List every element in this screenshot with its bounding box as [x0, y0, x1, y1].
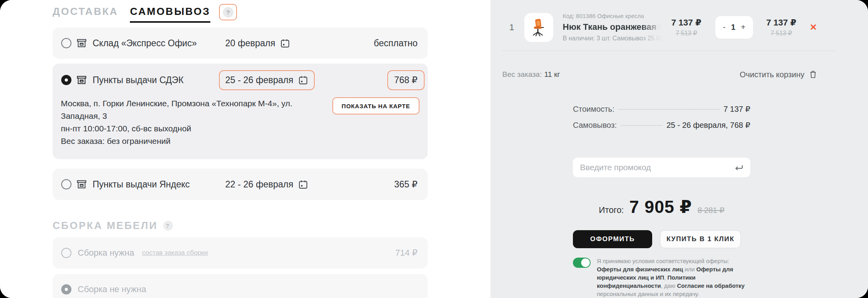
quantity-stepper[interactable]: - 1 + — [715, 16, 753, 39]
checkout-buttons: ОФОРМИТЬ КУПИТЬ В 1 КЛИК — [573, 230, 750, 248]
one-click-buy-button[interactable]: КУПИТЬ В 1 КЛИК — [660, 230, 741, 248]
assembly-not-needed-label: Сборка не нужна — [78, 284, 146, 294]
pickup-weight-limit: Вес заказа: без ограничений — [61, 135, 320, 147]
radio-cdek[interactable] — [61, 75, 71, 85]
delivery-options-pane: ДОСТАВКА САМОВЫВОЗ ? Склад «Экспресс Офи… — [0, 0, 491, 298]
pickup-option-date: 20 февраля — [225, 38, 290, 49]
remove-item-button[interactable]: ✕ — [810, 22, 817, 33]
line-total-column: 7 137 ₽ 7 513 ₽ — [759, 18, 803, 37]
pickup-option-date: 22 - 26 февраля — [225, 179, 308, 190]
dotted-leader — [618, 109, 720, 110]
warehouse-icon — [76, 179, 87, 190]
cart-item-row: 1 Код: 801386 Офисные кресла Нюк Ткань о… — [502, 13, 836, 42]
radio-yandex[interactable] — [61, 179, 71, 189]
assembly-needed-option[interactable]: Сборка нужна состав заказа сборки 714 ₽ — [53, 237, 428, 269]
pickup-option-yandex[interactable]: Пункты выдачи Яндекс 22 - 26 февраля 365… — [53, 169, 428, 200]
terms-text: Я принимаю условия соответствующей оферт… — [597, 257, 750, 298]
assembly-section-title: СБОРКА МЕБЕЛИ ? — [53, 220, 480, 232]
promo-code-input[interactable] — [573, 158, 750, 177]
unit-old-price: 7 513 ₽ — [664, 29, 708, 37]
product-code: Код: 801386 Офисные кресла — [563, 13, 663, 19]
clear-cart-button[interactable]: Очистить корзину — [740, 70, 818, 79]
pickup-address: Москва, п. Горки Ленинские, Промзона «Те… — [61, 97, 320, 122]
terms-toggle[interactable] — [573, 258, 591, 268]
terms-consent-row: Я принимаю условия соответствующей оферт… — [573, 257, 750, 298]
product-info: Код: 801386 Офисные кресла Нюк Ткань ора… — [563, 13, 663, 42]
product-availability: В наличии: 3 шт. Самовывоз 25.02-26 — [563, 35, 663, 42]
checkout-summary-column: Стоимость: 7 137 ₽ Самовывоз: 25 - 26 фе… — [573, 104, 750, 298]
checkout-page: ДОСТАВКА САМОВЫВОЗ ? Склад «Экспресс Офи… — [0, 0, 868, 298]
increase-quantity-button[interactable]: + — [739, 21, 747, 33]
assembly-price: 714 ₽ — [395, 248, 418, 258]
office-chair-image — [528, 16, 550, 38]
warehouse-icon — [76, 74, 87, 85]
trash-icon — [808, 70, 818, 79]
order-summary: Стоимость: 7 137 ₽ Самовывоз: 25 - 26 фе… — [573, 104, 750, 136]
pickup-help-button[interactable]: ? — [219, 4, 237, 20]
product-name[interactable]: Нюк Ткань оранжевая/Сетка — [563, 22, 663, 32]
line-total: 7 137 ₽ — [759, 18, 803, 28]
pickup-option-name: Склад «Экспресс Офис» — [93, 38, 225, 49]
cart-item-index: 1 — [509, 22, 518, 33]
pickup-point-details: Москва, п. Горки Ленинские, Промзона «Те… — [53, 96, 428, 159]
checkout-button[interactable]: ОФОРМИТЬ — [573, 230, 652, 248]
quantity-value: 1 — [731, 23, 735, 32]
assembly-needed-label: Сборка нужна — [78, 248, 134, 258]
cart-pane: 1 Код: 801386 Офисные кресла Нюк Ткань о… — [491, 0, 868, 298]
radio-assembly-needed[interactable] — [61, 248, 71, 258]
summary-row-pickup: Самовывоз: 25 - 26 февраля, 768 ₽ — [573, 120, 750, 136]
radio-warehouse[interactable] — [61, 38, 71, 48]
cart-divider — [502, 51, 836, 51]
pickup-price-chip: 768 ₽ — [387, 70, 425, 90]
tab-delivery[interactable]: ДОСТАВКА — [53, 5, 118, 21]
pickup-option-name: Пункты выдачи Яндекс — [93, 179, 225, 190]
enter-icon[interactable] — [734, 162, 744, 173]
show-on-map-button[interactable]: ПОКАЗАТЬ НА КАРТЕ — [332, 97, 419, 114]
summary-row-cost: Стоимость: 7 137 ₽ — [573, 104, 750, 120]
order-weight-label: Вес заказа: — [502, 70, 542, 79]
pickup-date-chip[interactable]: 25 - 26 февраля — [219, 70, 315, 90]
calendar-icon[interactable] — [298, 75, 308, 85]
total-old-value: 8 281 ₽ — [698, 205, 724, 215]
pickup-hours: пн-пт 10:00-17:00, сб-вс выходной — [61, 122, 320, 135]
total-label: Итого: — [599, 205, 624, 215]
line-old-total: 7 513 ₽ — [759, 29, 803, 37]
question-icon: ? — [223, 7, 233, 18]
order-total-row: Итого: 7 905 ₽ 8 281 ₽ — [573, 197, 750, 217]
pickup-option-name: Пункты выдачи СДЭК — [93, 75, 225, 85]
assembly-order-contents-link[interactable]: состав заказа сборки — [142, 249, 208, 257]
decrease-quantity-button[interactable]: - — [721, 21, 727, 33]
calendar-icon[interactable] — [280, 38, 290, 49]
pickup-option-price: 365 ₽ — [394, 179, 418, 190]
calendar-icon[interactable] — [298, 179, 308, 190]
cart-weight-row: Вес заказа: 11 кг Очистить корзину — [502, 70, 836, 79]
radio-assembly-not-needed[interactable] — [61, 284, 71, 294]
dotted-leader — [621, 125, 663, 126]
unit-price-column: 7 137 ₽ 7 513 ₽ — [664, 18, 708, 37]
data-processing-consent-link[interactable]: Согласие на обработку — [677, 282, 745, 289]
promo-code-block — [573, 158, 750, 177]
delivery-tabs: ДОСТАВКА САМОВЫВОЗ ? — [53, 5, 480, 23]
pickup-option-price: бесплатно — [374, 38, 418, 49]
offer-individuals-link[interactable]: Оферты для физических лиц — [597, 266, 683, 273]
tab-pickup[interactable]: САМОВЫВОЗ — [130, 5, 210, 23]
pickup-option-warehouse[interactable]: Склад «Экспресс Офис» 20 февраля бесплат… — [53, 27, 428, 59]
total-value: 7 905 ₽ — [629, 197, 692, 217]
order-weight-value: 11 кг — [544, 70, 560, 79]
unit-price: 7 137 ₽ — [664, 18, 708, 28]
pickup-option-cdek[interactable]: Пункты выдачи СДЭК 25 - 26 февраля 768 ₽… — [53, 64, 428, 159]
product-image[interactable] — [524, 13, 553, 42]
question-icon[interactable]: ? — [163, 221, 173, 231]
assembly-not-needed-option[interactable]: Сборка не нужна — [53, 274, 428, 298]
warehouse-icon — [76, 38, 87, 49]
